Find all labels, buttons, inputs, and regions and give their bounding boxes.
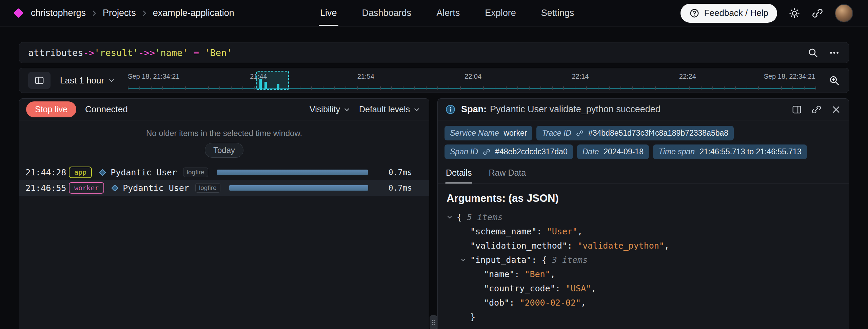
sidebar-toggle-icon xyxy=(34,75,44,85)
trace-row-service-tag[interactable]: worker xyxy=(69,182,104,194)
tab-details[interactable]: Details xyxy=(445,163,472,183)
json-line: "validation_method": "validate_python", xyxy=(447,238,840,253)
time-range-selector[interactable]: Last 1 hour xyxy=(60,75,115,86)
topbar-actions: Feedback / Help xyxy=(680,4,853,23)
timeline-tick xyxy=(689,86,690,90)
nav-item-settings[interactable]: Settings xyxy=(540,0,576,26)
copy-link-icon[interactable] xyxy=(811,104,822,115)
logfire-logo-icon[interactable] xyxy=(14,8,24,18)
trace-row-scope-badge: logfire xyxy=(183,168,208,177)
trace-row-duration-bar xyxy=(217,170,368,175)
timeline-histogram-bar xyxy=(277,84,279,89)
stop-live-button[interactable]: Stop live xyxy=(26,101,76,117)
span-meta-label: Time span xyxy=(658,147,695,156)
breadcrumb-projects[interactable]: Projects xyxy=(103,8,136,18)
span-meta-pill[interactable]: Date2024-09-18 xyxy=(577,144,649,159)
trace-list: 21:44:28appPydantic Userlogfire0.7ms21:4… xyxy=(19,164,429,329)
timeline-tick xyxy=(563,86,564,90)
timeline-tick xyxy=(712,86,713,90)
json-collapse-caret[interactable] xyxy=(447,214,457,220)
trace-row-service-tag[interactable]: app xyxy=(69,167,92,178)
span-detail-content: Arguments: (as JSON) { 5 items"schema_na… xyxy=(438,183,849,324)
nav-item-explore[interactable]: Explore xyxy=(484,0,517,26)
zoom-in-icon[interactable] xyxy=(828,75,840,86)
json-token: : xyxy=(509,298,519,308)
json-token: "Ben" xyxy=(525,269,550,279)
json-token: } xyxy=(470,312,475,322)
nav-item-dashboards[interactable]: Dashboards xyxy=(361,0,413,26)
query-token: 'Ben' xyxy=(204,47,232,58)
timeline-tick xyxy=(242,86,243,90)
span-meta-value: 21:46:55.713 to 21:46:55.713 xyxy=(699,147,802,156)
query-bar[interactable]: attributes->'result'->>'name' = 'Ben' xyxy=(19,42,849,63)
breadcrumb-project[interactable]: example-application xyxy=(153,8,234,18)
timeline-tick xyxy=(208,86,209,90)
search-icon[interactable] xyxy=(807,47,818,58)
timeline-tick xyxy=(162,86,163,90)
json-line: } xyxy=(447,310,840,324)
span-title-label: Span: xyxy=(461,104,487,114)
query-input[interactable]: attributes->'result'->>'name' = 'Ben' xyxy=(28,47,232,58)
trace-row-name: Pydantic User xyxy=(123,183,189,193)
json-token: "User" xyxy=(547,227,577,236)
empty-state-message: No older items in the selected time wind… xyxy=(19,129,429,138)
more-options-icon[interactable] xyxy=(829,47,840,58)
timeline-tick xyxy=(609,86,610,90)
default-levels-dropdown[interactable]: Default levels xyxy=(359,104,420,114)
json-token: "schema_name" xyxy=(470,227,537,236)
grip-dots-icon xyxy=(431,319,435,326)
timeline-tick xyxy=(139,86,140,90)
span-title-text: Pydantic User validate_python succeeded xyxy=(490,104,660,114)
timeline-canvas[interactable]: Sep 18, 21:34:2121:4421:5422:0422:1422:2… xyxy=(128,68,815,93)
span-meta-pill[interactable]: Service Nameworker xyxy=(445,126,532,140)
visibility-dropdown[interactable]: Visibility xyxy=(310,104,350,114)
theme-toggle-icon[interactable] xyxy=(789,7,800,19)
json-token: "input_data" xyxy=(470,255,532,265)
timeline-tick xyxy=(506,86,507,90)
timeline-tick-label: Sep 18, 22:34:21 xyxy=(764,73,815,80)
json-token: "2000-02-02" xyxy=(519,298,581,308)
trace-row[interactable]: 21:46:55workerPydantic Userlogfire0.7ms xyxy=(19,180,429,196)
json-collapse-caret[interactable] xyxy=(460,257,470,263)
timeline-tick xyxy=(403,86,403,90)
today-button[interactable]: Today xyxy=(205,143,243,158)
topbar: christophergs Projects example-applicati… xyxy=(0,0,868,26)
json-token: , xyxy=(581,298,586,308)
timeline-tick xyxy=(758,86,759,90)
panel-resize-handle[interactable] xyxy=(430,315,437,329)
timeline-tick xyxy=(815,86,816,90)
span-meta-pill[interactable]: Time span21:46:55.713 to 21:46:55.713 xyxy=(653,144,807,159)
timeline-tick xyxy=(735,86,736,90)
timeline-tick xyxy=(620,86,621,90)
timeline-tick xyxy=(701,86,702,90)
json-line: "dob": "2000-02-02", xyxy=(447,295,840,310)
span-panel-actions xyxy=(792,104,841,115)
sidebar-toggle-button[interactable] xyxy=(28,72,51,89)
question-circle-icon xyxy=(689,8,699,18)
info-icon xyxy=(445,104,456,115)
timeline-tick xyxy=(667,86,667,90)
json-token: "USA" xyxy=(566,284,591,293)
json-token: { xyxy=(457,212,462,222)
json-tree: { 5 items"schema_name": "User","validati… xyxy=(447,210,840,324)
share-link-icon[interactable] xyxy=(812,7,823,19)
timeline-tick xyxy=(483,86,484,90)
timeline-tick xyxy=(517,86,518,90)
tab-raw-data[interactable]: Raw Data xyxy=(488,163,527,183)
span-meta-pill[interactable]: Trace ID#34bd8e51d73c3f4c8a189b72338a5ba… xyxy=(536,126,734,140)
close-icon[interactable] xyxy=(831,104,841,115)
timeline-tick-label: 22:04 xyxy=(465,73,481,80)
user-avatar[interactable] xyxy=(835,4,853,22)
nav-item-live[interactable]: Live xyxy=(319,0,338,26)
timeline-tick xyxy=(586,86,587,90)
empty-state: No older items in the selected time wind… xyxy=(19,120,429,164)
main-nav: LiveDashboardsAlertsExploreSettings xyxy=(319,0,575,26)
breadcrumb-org[interactable]: christophergs xyxy=(31,8,86,18)
feedback-help-button[interactable]: Feedback / Help xyxy=(680,4,777,23)
timeline-tick-label: 22:24 xyxy=(679,73,696,80)
timeline-bar: Last 1 hour Sep 18, 21:34:2121:4421:5422… xyxy=(19,68,849,93)
span-meta-pill[interactable]: Span ID#48eb2cdcdc317da0 xyxy=(445,144,573,159)
nav-item-alerts[interactable]: Alerts xyxy=(435,0,461,26)
expand-panel-icon[interactable] xyxy=(792,104,802,115)
trace-row[interactable]: 21:44:28appPydantic Userlogfire0.7ms xyxy=(19,164,429,180)
